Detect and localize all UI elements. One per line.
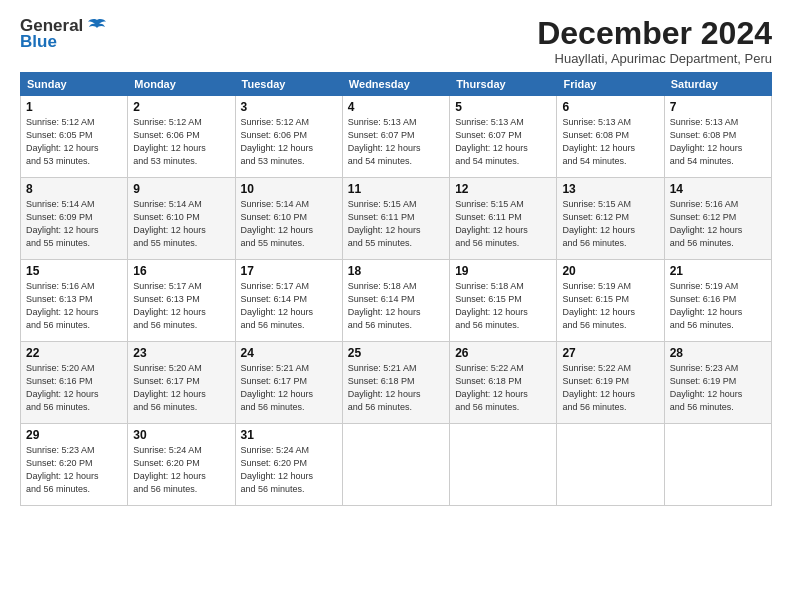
calendar-cell — [557, 424, 664, 506]
calendar-cell: 31Sunrise: 5:24 AM Sunset: 6:20 PM Dayli… — [235, 424, 342, 506]
day-number: 30 — [133, 428, 229, 442]
day-number: 5 — [455, 100, 551, 114]
page: General Blue December 2024 Huayllati, Ap… — [0, 0, 792, 612]
calendar-cell: 24Sunrise: 5:21 AM Sunset: 6:17 PM Dayli… — [235, 342, 342, 424]
day-number: 19 — [455, 264, 551, 278]
day-number: 4 — [348, 100, 444, 114]
day-number: 23 — [133, 346, 229, 360]
weekday-header-sunday: Sunday — [21, 73, 128, 96]
day-number: 20 — [562, 264, 658, 278]
day-info: Sunrise: 5:21 AM Sunset: 6:17 PM Dayligh… — [241, 362, 337, 414]
calendar-cell: 27Sunrise: 5:22 AM Sunset: 6:19 PM Dayli… — [557, 342, 664, 424]
day-info: Sunrise: 5:21 AM Sunset: 6:18 PM Dayligh… — [348, 362, 444, 414]
day-info: Sunrise: 5:23 AM Sunset: 6:20 PM Dayligh… — [26, 444, 122, 496]
day-number: 11 — [348, 182, 444, 196]
day-info: Sunrise: 5:12 AM Sunset: 6:06 PM Dayligh… — [241, 116, 337, 168]
day-number: 14 — [670, 182, 766, 196]
day-number: 10 — [241, 182, 337, 196]
day-info: Sunrise: 5:13 AM Sunset: 6:08 PM Dayligh… — [562, 116, 658, 168]
day-number: 26 — [455, 346, 551, 360]
calendar-cell: 9Sunrise: 5:14 AM Sunset: 6:10 PM Daylig… — [128, 178, 235, 260]
day-info: Sunrise: 5:16 AM Sunset: 6:12 PM Dayligh… — [670, 198, 766, 250]
calendar-table: SundayMondayTuesdayWednesdayThursdayFrid… — [20, 72, 772, 506]
day-info: Sunrise: 5:14 AM Sunset: 6:10 PM Dayligh… — [241, 198, 337, 250]
calendar-week-5: 29Sunrise: 5:23 AM Sunset: 6:20 PM Dayli… — [21, 424, 772, 506]
weekday-header-monday: Monday — [128, 73, 235, 96]
day-number: 7 — [670, 100, 766, 114]
day-number: 24 — [241, 346, 337, 360]
day-info: Sunrise: 5:12 AM Sunset: 6:06 PM Dayligh… — [133, 116, 229, 168]
page-title: December 2024 — [537, 16, 772, 51]
calendar-cell — [664, 424, 771, 506]
calendar-cell: 19Sunrise: 5:18 AM Sunset: 6:15 PM Dayli… — [450, 260, 557, 342]
day-info: Sunrise: 5:22 AM Sunset: 6:18 PM Dayligh… — [455, 362, 551, 414]
calendar-cell: 12Sunrise: 5:15 AM Sunset: 6:11 PM Dayli… — [450, 178, 557, 260]
logo: General Blue — [20, 16, 107, 52]
day-number: 1 — [26, 100, 122, 114]
day-info: Sunrise: 5:14 AM Sunset: 6:09 PM Dayligh… — [26, 198, 122, 250]
calendar-cell: 3Sunrise: 5:12 AM Sunset: 6:06 PM Daylig… — [235, 96, 342, 178]
calendar-week-4: 22Sunrise: 5:20 AM Sunset: 6:16 PM Dayli… — [21, 342, 772, 424]
weekday-header-wednesday: Wednesday — [342, 73, 449, 96]
calendar-week-3: 15Sunrise: 5:16 AM Sunset: 6:13 PM Dayli… — [21, 260, 772, 342]
day-info: Sunrise: 5:13 AM Sunset: 6:07 PM Dayligh… — [348, 116, 444, 168]
calendar-cell: 23Sunrise: 5:20 AM Sunset: 6:17 PM Dayli… — [128, 342, 235, 424]
weekday-header-saturday: Saturday — [664, 73, 771, 96]
day-number: 31 — [241, 428, 337, 442]
calendar-week-2: 8Sunrise: 5:14 AM Sunset: 6:09 PM Daylig… — [21, 178, 772, 260]
calendar-cell: 5Sunrise: 5:13 AM Sunset: 6:07 PM Daylig… — [450, 96, 557, 178]
calendar-cell: 29Sunrise: 5:23 AM Sunset: 6:20 PM Dayli… — [21, 424, 128, 506]
day-number: 28 — [670, 346, 766, 360]
weekday-header-row: SundayMondayTuesdayWednesdayThursdayFrid… — [21, 73, 772, 96]
logo-blue: Blue — [20, 32, 57, 52]
day-number: 21 — [670, 264, 766, 278]
calendar-cell — [342, 424, 449, 506]
calendar-cell: 14Sunrise: 5:16 AM Sunset: 6:12 PM Dayli… — [664, 178, 771, 260]
day-info: Sunrise: 5:14 AM Sunset: 6:10 PM Dayligh… — [133, 198, 229, 250]
day-info: Sunrise: 5:18 AM Sunset: 6:15 PM Dayligh… — [455, 280, 551, 332]
calendar-cell: 20Sunrise: 5:19 AM Sunset: 6:15 PM Dayli… — [557, 260, 664, 342]
calendar-cell: 4Sunrise: 5:13 AM Sunset: 6:07 PM Daylig… — [342, 96, 449, 178]
day-number: 2 — [133, 100, 229, 114]
day-info: Sunrise: 5:20 AM Sunset: 6:17 PM Dayligh… — [133, 362, 229, 414]
calendar-cell: 13Sunrise: 5:15 AM Sunset: 6:12 PM Dayli… — [557, 178, 664, 260]
day-number: 6 — [562, 100, 658, 114]
calendar-cell: 2Sunrise: 5:12 AM Sunset: 6:06 PM Daylig… — [128, 96, 235, 178]
calendar-cell — [450, 424, 557, 506]
day-info: Sunrise: 5:15 AM Sunset: 6:12 PM Dayligh… — [562, 198, 658, 250]
day-info: Sunrise: 5:20 AM Sunset: 6:16 PM Dayligh… — [26, 362, 122, 414]
day-number: 12 — [455, 182, 551, 196]
day-number: 27 — [562, 346, 658, 360]
title-block: December 2024 Huayllati, Apurimac Depart… — [537, 16, 772, 66]
day-info: Sunrise: 5:13 AM Sunset: 6:07 PM Dayligh… — [455, 116, 551, 168]
day-info: Sunrise: 5:23 AM Sunset: 6:19 PM Dayligh… — [670, 362, 766, 414]
calendar-cell: 15Sunrise: 5:16 AM Sunset: 6:13 PM Dayli… — [21, 260, 128, 342]
calendar-cell: 18Sunrise: 5:18 AM Sunset: 6:14 PM Dayli… — [342, 260, 449, 342]
page-subtitle: Huayllati, Apurimac Department, Peru — [537, 51, 772, 66]
day-number: 17 — [241, 264, 337, 278]
day-info: Sunrise: 5:13 AM Sunset: 6:08 PM Dayligh… — [670, 116, 766, 168]
calendar-cell: 25Sunrise: 5:21 AM Sunset: 6:18 PM Dayli… — [342, 342, 449, 424]
day-info: Sunrise: 5:24 AM Sunset: 6:20 PM Dayligh… — [241, 444, 337, 496]
day-info: Sunrise: 5:17 AM Sunset: 6:14 PM Dayligh… — [241, 280, 337, 332]
day-number: 15 — [26, 264, 122, 278]
calendar-cell: 22Sunrise: 5:20 AM Sunset: 6:16 PM Dayli… — [21, 342, 128, 424]
day-info: Sunrise: 5:15 AM Sunset: 6:11 PM Dayligh… — [348, 198, 444, 250]
calendar-cell: 8Sunrise: 5:14 AM Sunset: 6:09 PM Daylig… — [21, 178, 128, 260]
day-number: 3 — [241, 100, 337, 114]
day-number: 8 — [26, 182, 122, 196]
day-number: 16 — [133, 264, 229, 278]
calendar-cell: 17Sunrise: 5:17 AM Sunset: 6:14 PM Dayli… — [235, 260, 342, 342]
weekday-header-thursday: Thursday — [450, 73, 557, 96]
calendar-cell: 11Sunrise: 5:15 AM Sunset: 6:11 PM Dayli… — [342, 178, 449, 260]
calendar-cell: 7Sunrise: 5:13 AM Sunset: 6:08 PM Daylig… — [664, 96, 771, 178]
calendar-cell: 30Sunrise: 5:24 AM Sunset: 6:20 PM Dayli… — [128, 424, 235, 506]
day-info: Sunrise: 5:16 AM Sunset: 6:13 PM Dayligh… — [26, 280, 122, 332]
calendar-cell: 26Sunrise: 5:22 AM Sunset: 6:18 PM Dayli… — [450, 342, 557, 424]
day-number: 18 — [348, 264, 444, 278]
weekday-header-tuesday: Tuesday — [235, 73, 342, 96]
calendar-cell: 28Sunrise: 5:23 AM Sunset: 6:19 PM Dayli… — [664, 342, 771, 424]
calendar-week-1: 1Sunrise: 5:12 AM Sunset: 6:05 PM Daylig… — [21, 96, 772, 178]
logo-bird-icon — [87, 18, 107, 34]
day-info: Sunrise: 5:19 AM Sunset: 6:15 PM Dayligh… — [562, 280, 658, 332]
